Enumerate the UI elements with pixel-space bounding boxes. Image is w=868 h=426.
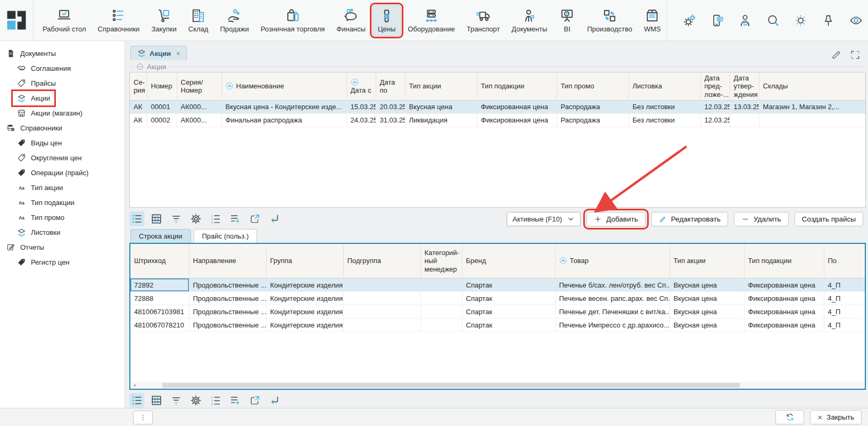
table-cell[interactable]: Фиксированная цена [744,318,824,332]
sidebar-item[interactable]: Акции [0,91,125,105]
table-cell[interactable]: 00002 [147,113,177,127]
table-cell[interactable]: 12.03.25 [700,100,730,113]
nav-item-price-tag[interactable]: $Цены [372,5,401,36]
filter-icon[interactable] [169,393,184,408]
column-header[interactable]: Номер [147,72,177,100]
table-cell[interactable]: Вкусная цена [669,292,744,305]
table-cell[interactable]: Печенье дет. Печеняшки с вит/ка... [555,305,669,318]
create-prices-button[interactable]: Создать прайсы [795,212,863,226]
table-row[interactable]: 72892Продовольственные ...Кондитерские и… [130,278,866,292]
table-cell[interactable]: Кондитерские изделия [266,318,343,332]
sidebar-item[interactable]: Прайсы [0,76,125,91]
edit-pencil-icon[interactable] [831,50,841,60]
column-header[interactable]: Тип промо [557,72,629,100]
reload-icon[interactable] [267,211,282,226]
table-cell[interactable]: 4_П [824,305,866,318]
more-options-button[interactable]: ⋮ [133,411,153,424]
sidebar-item[interactable]: AaТип подакции [0,195,125,210]
table-cell[interactable]: Вкусная цена [669,278,744,292]
table-cell[interactable]: Вкусная цена [669,305,744,318]
column-header[interactable]: Склады [759,72,865,100]
column-header[interactable]: Се-рия [130,72,147,100]
column-header[interactable]: Штрихкод [130,244,189,278]
table-cell[interactable]: 4_П [824,292,866,305]
sidebar-item[interactable]: Операции (прайс) [0,165,125,180]
table-cell[interactable]: Ликвидация [405,113,477,127]
table-cell[interactable]: Распродажа [557,100,629,113]
sort-ascending-icon[interactable] [226,82,234,90]
table-row[interactable]: 4810067103981Продовольственные ...Кондит… [130,305,866,318]
search-icon[interactable] [766,14,780,27]
column-header[interactable]: Направление [189,244,266,278]
column-header[interactable]: Дата пред-ложе-... [700,72,730,100]
table-cell[interactable]: Фиксированная цена [744,305,824,318]
nav-item-warehouse[interactable]: Склад [183,5,214,36]
table-cell[interactable] [730,113,759,127]
column-header[interactable]: Тип подакции [744,244,824,278]
nav-item-list-ref[interactable]: Справочники [93,5,145,36]
table-cell[interactable]: Фиксированная цена [477,100,557,113]
table-cell[interactable]: Фиксированная цена [744,278,824,292]
grid-view-icon[interactable] [149,211,164,226]
horizontal-scrollbar[interactable]: ◄ [130,382,865,389]
column-header[interactable]: По [824,244,866,278]
refresh-button[interactable] [775,410,804,424]
table-cell[interactable]: Вкусная цена [405,100,477,113]
subtab[interactable]: Прайс (польз.) [194,229,258,243]
nav-item-sales[interactable]: Продажи [214,5,254,36]
table-cell[interactable]: Вкусная цена - Кондитерские изде... [221,100,346,113]
table-cell[interactable] [343,292,420,305]
nav-item-finance[interactable]: Финансы [331,5,371,36]
table-cell[interactable]: АК000... [177,113,221,127]
filter-icon[interactable] [169,211,184,226]
table-cell[interactable]: 31.03.25 [376,113,405,127]
list-view-icon[interactable] [129,211,144,226]
nav-item-procurement[interactable]: Закупки [146,5,181,36]
table-cell[interactable] [420,305,462,318]
sort-ascending-icon[interactable] [351,78,359,86]
nav-item-person-docs[interactable]: Документы [506,5,552,36]
column-header[interactable]: Дата с [346,72,376,100]
table-cell[interactable]: Печенье весен. рапс.арах. вес Сп... [555,292,669,305]
sidebar-item[interactable]: Справочники [0,120,125,135]
column-header[interactable]: Тип акции [405,72,477,100]
table-cell[interactable] [759,113,865,127]
column-header[interactable]: Категорий-ный менеджер [420,244,462,278]
nav-item-equipment[interactable]: Оборудование [402,5,460,36]
table-cell[interactable]: Распродажа [557,113,629,127]
pin-icon[interactable] [822,14,835,27]
table-cell[interactable]: 15.03.25 [346,100,376,113]
scrollbar-thumb[interactable] [162,383,740,388]
column-header[interactable]: Дата утвер-ждения [730,72,759,100]
sort-ascending-icon[interactable] [559,257,567,265]
table-cell[interactable]: АК [130,100,147,113]
table-cell[interactable]: Продовольственные ... [189,292,266,305]
table-cell[interactable]: 4810067103981 [130,305,189,318]
table-cell[interactable] [343,278,420,292]
table-cell[interactable]: Печенье б/сах. лен/отруб. вес Сп... [555,278,669,292]
column-header[interactable]: Серия/Номер [177,72,221,100]
table-cell[interactable]: Спартак [462,318,555,332]
table-cell[interactable]: Кондитерские изделия [266,292,343,305]
add-button[interactable]: Добавить [586,212,646,226]
table-cell[interactable] [420,318,462,332]
filter-select[interactable]: Активные (F10) [507,212,581,226]
table-cell[interactable] [343,318,420,332]
table-cell[interactable]: Финальная распродажа [221,113,346,127]
subtab[interactable]: Строка акции [130,229,191,243]
delete-button[interactable]: Удалить [734,212,789,226]
expand-icon[interactable] [850,50,861,60]
column-header[interactable]: Группа [266,244,343,278]
table-cell[interactable]: 4810067078210 [130,318,189,332]
table-cell[interactable] [420,292,462,305]
table-row[interactable]: 4810067078210Продовольственные ...Кондит… [130,318,866,332]
numbered-list-icon[interactable]: 123 [208,393,223,408]
table-row[interactable]: АК00001АК000...Вкусная цена - Кондитерск… [130,100,865,113]
column-header[interactable]: Товар [555,244,669,278]
table-cell[interactable]: 72892 [130,278,189,292]
nav-item-transport[interactable]: Транспорт [461,5,506,36]
table-row[interactable]: 72888Продовольственные ...Кондитерские и… [130,292,866,305]
collapse-icon[interactable] [136,63,144,70]
table-cell[interactable]: АК [130,113,147,127]
column-header[interactable]: Подгруппа [343,244,420,278]
